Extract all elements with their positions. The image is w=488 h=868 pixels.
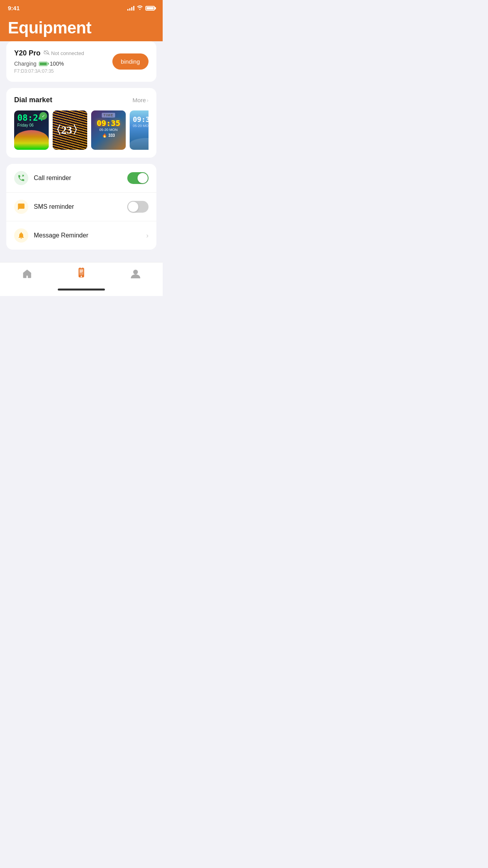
wifi-icon: [137, 5, 143, 11]
dial-date-4: 05-20 MON: [133, 124, 149, 128]
sms-reminder-toggle[interactable]: [127, 201, 149, 213]
device-card: Y20 Pro Not connected Charging: [6, 41, 156, 82]
svg-rect-2: [79, 269, 84, 275]
call-reminder-item[interactable]: Call reminder: [6, 164, 156, 193]
device-icon: [76, 268, 87, 279]
main-content: Y20 Pro Not connected Charging: [0, 41, 163, 262]
signal-icon: [127, 6, 134, 11]
bottom-nav: [0, 262, 163, 289]
settings-card: Call reminder SMS reminder: [6, 164, 156, 250]
cloud-slash-icon: [44, 50, 50, 57]
message-reminder-label: Message Reminder: [34, 232, 146, 239]
device-info: Y20 Pro Not connected Charging: [14, 49, 112, 74]
nav-profile[interactable]: [122, 267, 149, 281]
battery-percent: 100%: [50, 61, 64, 67]
device-name: Y20 Pro: [14, 49, 40, 57]
svg-point-3: [81, 276, 82, 277]
call-reminder-icon: [14, 171, 28, 185]
message-reminder-chevron: ›: [146, 232, 149, 240]
dial-market-title: Dial market: [14, 96, 52, 104]
home-indicator: [58, 289, 105, 291]
dial-date-3: 05-20 MON: [99, 128, 118, 132]
status-indicators: [127, 5, 155, 11]
dial-faces-list: ✓ 08:24 Friday 06 〈23〉: [14, 110, 149, 150]
chevron-right-icon: ›: [147, 97, 149, 103]
dial-time-3: 09:35: [97, 118, 120, 128]
dial-face-4[interactable]: 09:35 05-20 MON: [130, 110, 149, 150]
dial-face-3[interactable]: TIME 09:35 05-20 MON 🔥 333: [91, 110, 126, 150]
message-reminder-item[interactable]: Message Reminder ›: [6, 221, 156, 250]
sms-reminder-item[interactable]: SMS reminder: [6, 193, 156, 221]
dial-face-2[interactable]: 〈23〉: [53, 110, 87, 150]
connection-status: Not connected: [44, 50, 84, 57]
nav-device[interactable]: [68, 267, 95, 281]
sms-reminder-label: SMS reminder: [34, 203, 127, 210]
nav-home[interactable]: [14, 267, 40, 281]
call-reminder-label: Call reminder: [34, 175, 127, 182]
dial-time-4: 09:35: [133, 115, 149, 123]
selected-checkmark: ✓: [39, 112, 47, 120]
more-label: More: [132, 97, 146, 103]
status-time: 9:41: [8, 5, 20, 11]
time-label: TIME: [102, 113, 115, 118]
call-reminder-toggle[interactable]: [127, 172, 149, 184]
device-mac: F7:D3:07:3A:07:35: [14, 68, 112, 74]
charging-label: Charging: [14, 61, 37, 67]
dial-market-card: Dial market More › ✓ 08:24 Friday 06: [6, 88, 156, 158]
more-link[interactable]: More ›: [132, 97, 149, 103]
binding-button[interactable]: binding: [112, 53, 149, 70]
profile-icon: [130, 268, 141, 279]
dial-decoration: [14, 130, 49, 150]
dial-date-display: Friday 06: [17, 123, 34, 127]
dial-face-1[interactable]: ✓ 08:24 Friday 06: [14, 110, 49, 150]
home-icon: [22, 268, 33, 279]
battery-icon: [145, 6, 155, 11]
battery-green-icon: [39, 62, 48, 66]
message-reminder-icon: [14, 228, 28, 243]
page-title: Equipment: [8, 18, 155, 37]
bottom-area: [0, 262, 163, 296]
status-bar: 9:41: [0, 0, 163, 15]
sms-reminder-icon: [14, 200, 28, 214]
svg-point-5: [133, 270, 138, 274]
